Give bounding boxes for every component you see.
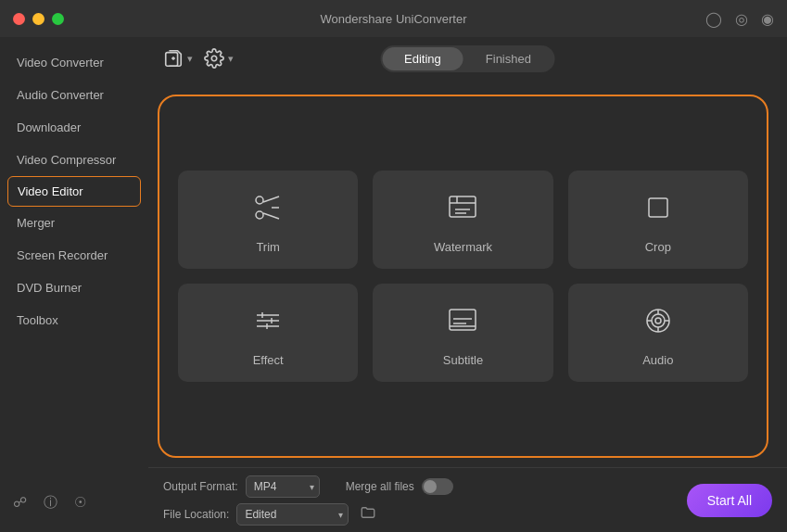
- subtitle-label: Subtitle: [443, 353, 483, 367]
- maximize-button[interactable]: [52, 13, 64, 25]
- account-icon[interactable]: ◯: [705, 10, 722, 28]
- file-location-label: File Location:: [163, 508, 229, 521]
- tool-card-subtitle[interactable]: Subtitle: [373, 284, 552, 382]
- crop-icon: [641, 191, 675, 229]
- file-location-row: File Location: Edited Custom Same as sou…: [163, 503, 453, 526]
- editor-area: Trim Watermar: [148, 80, 787, 467]
- sidebar-item-downloader[interactable]: Downloader: [0, 111, 148, 144]
- tool-card-effect[interactable]: Effect: [178, 284, 358, 382]
- effect-icon: [251, 304, 285, 342]
- merge-toggle[interactable]: [422, 478, 453, 495]
- trim-label: Trim: [256, 240, 280, 254]
- sidebar-item-screen-recorder[interactable]: Screen Recorder: [0, 239, 148, 272]
- question-icon[interactable]: ⓘ: [44, 494, 57, 512]
- app-title: Wondershare UniConverter: [321, 12, 467, 26]
- titlebar-right-icons: ◯ ◎ ◉: [705, 10, 774, 28]
- content-area: ▾ ▾ Editing Finished: [148, 37, 787, 532]
- close-button[interactable]: [13, 13, 25, 25]
- svg-rect-0: [166, 53, 178, 67]
- audio-label: Audio: [642, 353, 673, 367]
- main-layout: Video Converter Audio Converter Download…: [0, 37, 787, 532]
- tool-card-trim[interactable]: Trim: [178, 171, 358, 269]
- add-file-chevron: ▾: [187, 53, 193, 65]
- sidebar-item-video-editor[interactable]: Video Editor: [7, 176, 141, 207]
- svg-point-5: [256, 211, 263, 219]
- svg-point-27: [655, 318, 661, 323]
- settings-chevron: ▾: [228, 53, 234, 65]
- sidebar-bottom: ☍ ⓘ ☉: [0, 483, 148, 523]
- file-location-select[interactable]: Edited Custom Same as source: [236, 503, 349, 526]
- bottom-bar: Output Format: MP4 MOV AVI MKV WMV Merge…: [148, 467, 787, 532]
- tab-editing[interactable]: Editing: [382, 47, 463, 70]
- svg-rect-14: [649, 198, 667, 217]
- svg-point-4: [256, 196, 263, 204]
- toolbar-row: ▾ ▾ Editing Finished: [148, 37, 787, 80]
- svg-point-3: [211, 56, 217, 61]
- sidebar-item-toolbox[interactable]: Toolbox: [0, 304, 148, 336]
- add-file-button[interactable]: ▾: [163, 48, 193, 69]
- tool-card-crop[interactable]: Crop: [568, 171, 748, 269]
- svg-point-26: [652, 314, 665, 327]
- audio-icon: [641, 304, 675, 342]
- scissors-icon: [251, 191, 285, 229]
- svg-line-6: [263, 196, 279, 202]
- help-icon[interactable]: ◉: [761, 10, 774, 28]
- library-icon[interactable]: ☍: [13, 494, 27, 512]
- settings-button[interactable]: ▾: [204, 48, 234, 69]
- tab-group: Editing Finished: [380, 45, 555, 72]
- merge-section: Merge all files: [346, 478, 453, 495]
- start-all-button[interactable]: Start All: [687, 484, 772, 517]
- sidebar: Video Converter Audio Converter Download…: [0, 37, 148, 532]
- output-format-row: Output Format: MP4 MOV AVI MKV WMV Merge…: [163, 475, 453, 498]
- output-format-label: Output Format:: [163, 480, 238, 493]
- crop-label: Crop: [645, 240, 671, 254]
- tab-switcher: Editing Finished: [380, 45, 555, 72]
- minimize-button[interactable]: [32, 13, 44, 25]
- titlebar: Wondershare UniConverter ◯ ◎ ◉: [0, 0, 787, 37]
- gift-icon[interactable]: ◎: [735, 10, 748, 28]
- sidebar-item-audio-converter[interactable]: Audio Converter: [0, 79, 148, 111]
- tool-card-audio[interactable]: Audio: [568, 284, 748, 382]
- tools-grid: Trim Watermar: [178, 171, 748, 382]
- sidebar-item-dvd-burner[interactable]: DVD Burner: [0, 272, 148, 304]
- window-controls: [13, 13, 64, 25]
- tool-card-watermark[interactable]: Watermark: [373, 171, 552, 269]
- output-format-select[interactable]: MP4 MOV AVI MKV WMV: [246, 475, 320, 498]
- effect-label: Effect: [253, 353, 284, 367]
- account-icon[interactable]: ☉: [74, 494, 86, 512]
- watermark-label: Watermark: [434, 240, 492, 254]
- subtitle-icon: [446, 304, 479, 342]
- toolbar: ▾ ▾: [148, 37, 248, 80]
- output-format-wrapper: MP4 MOV AVI MKV WMV: [246, 475, 320, 498]
- folder-button[interactable]: [360, 504, 376, 525]
- file-location-wrapper: Edited Custom Same as source: [236, 503, 349, 526]
- svg-line-7: [263, 213, 279, 219]
- editor-frame: Trim Watermar: [158, 95, 768, 458]
- tab-finished[interactable]: Finished: [463, 47, 553, 70]
- sidebar-item-video-converter[interactable]: Video Converter: [0, 46, 148, 79]
- bottom-rows: Output Format: MP4 MOV AVI MKV WMV Merge…: [163, 475, 453, 526]
- sidebar-item-merger[interactable]: Merger: [0, 207, 148, 239]
- sidebar-item-video-compressor[interactable]: Video Compressor: [0, 144, 148, 176]
- merge-label: Merge all files: [346, 480, 414, 493]
- watermark-icon: [446, 191, 479, 229]
